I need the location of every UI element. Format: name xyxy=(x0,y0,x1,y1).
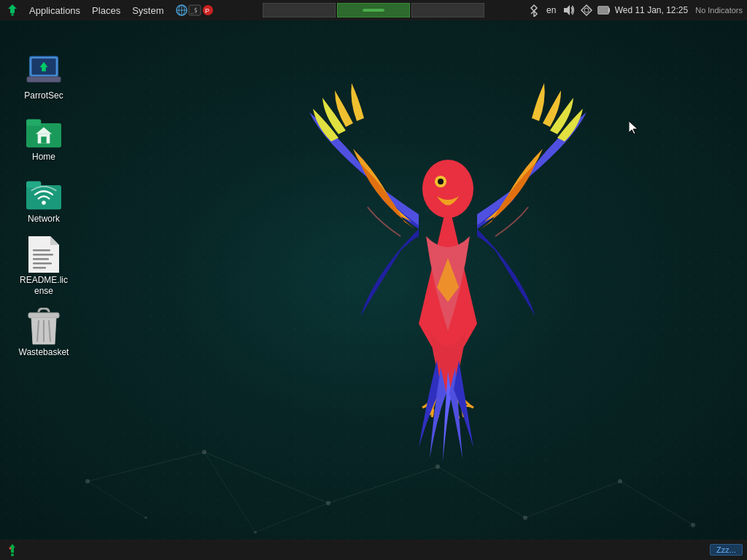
parrot-illustration xyxy=(273,69,623,491)
svg-point-1 xyxy=(11,13,14,16)
taskbar-globe-icon[interactable] xyxy=(175,4,188,17)
volume-icon[interactable] xyxy=(562,4,576,17)
desktop: ParrotSec Home xyxy=(0,20,747,540)
home-icon-img xyxy=(26,114,61,149)
network-label: Network xyxy=(28,214,60,224)
home-label: Home xyxy=(32,152,55,162)
svg-point-65 xyxy=(9,548,12,550)
battery-icon[interactable] xyxy=(597,4,611,17)
bluetooth-icon[interactable] xyxy=(527,4,541,17)
window-btn-2[interactable] xyxy=(337,3,410,18)
svg-line-31 xyxy=(88,481,146,518)
svg-point-37 xyxy=(438,179,444,184)
window-btn-3[interactable] xyxy=(411,3,484,18)
indicators-text: No Indicators xyxy=(695,6,743,15)
wastebasket-icon-img xyxy=(26,309,61,344)
parrotsec-label: ParrotSec xyxy=(24,90,63,101)
icon-readme[interactable]: README.license xyxy=(15,234,73,299)
taskbar-top: Applications Places System _$ P xyxy=(0,0,747,20)
mouse-cursor xyxy=(629,121,640,136)
parrot-logo[interactable] xyxy=(4,2,20,18)
taskbar-bottom: Zzz... xyxy=(0,540,747,560)
svg-text:_$: _$ xyxy=(190,7,198,14)
taskbar-right: en Wed 11 Jan, 12:25 xyxy=(527,4,743,17)
window-buttons xyxy=(263,3,484,18)
parrotsec-icon-img xyxy=(26,52,61,88)
svg-marker-0 xyxy=(8,4,17,13)
menu-places[interactable]: Places xyxy=(86,0,126,20)
network-icon-img xyxy=(26,176,61,211)
svg-rect-55 xyxy=(33,258,49,260)
taskbar-terminal-icon[interactable]: _$ xyxy=(188,4,201,17)
svg-rect-48 xyxy=(26,185,61,209)
svg-rect-42 xyxy=(27,77,61,82)
svg-point-50 xyxy=(42,201,46,205)
svg-rect-15 xyxy=(599,7,608,13)
parrot-bottom-icon[interactable] xyxy=(4,542,20,558)
taskbar-bottom-right: Zzz... xyxy=(710,544,743,556)
svg-rect-54 xyxy=(33,254,53,256)
svg-rect-56 xyxy=(33,262,52,265)
vpn-icon[interactable] xyxy=(580,4,593,17)
readme-label: README.license xyxy=(18,275,70,296)
desktop-icons: ParrotSec Home xyxy=(15,50,73,360)
icon-home[interactable]: Home xyxy=(15,111,73,165)
svg-rect-57 xyxy=(33,267,46,269)
svg-line-32 xyxy=(204,452,255,532)
svg-point-64 xyxy=(11,553,14,556)
svg-line-25 xyxy=(88,452,204,481)
svg-line-30 xyxy=(620,481,693,525)
icon-network[interactable]: Network xyxy=(15,173,73,227)
svg-rect-14 xyxy=(608,8,610,12)
svg-marker-62 xyxy=(629,121,638,134)
wastebasket-label: Wastebasket xyxy=(19,347,69,357)
zzz-badge[interactable]: Zzz... xyxy=(710,544,743,556)
icon-wastebasket[interactable]: Wastebasket xyxy=(15,306,73,360)
svg-rect-58 xyxy=(28,313,59,318)
taskbar-bottom-left xyxy=(4,542,20,558)
taskbar-parrot-icon[interactable]: P xyxy=(201,4,214,17)
readme-icon-img xyxy=(26,237,61,272)
svg-point-35 xyxy=(422,160,473,218)
svg-rect-47 xyxy=(41,137,46,144)
svg-marker-11 xyxy=(564,5,570,15)
language-indicator[interactable]: en xyxy=(545,4,558,17)
menu-applications[interactable]: Applications xyxy=(23,0,86,20)
svg-rect-53 xyxy=(33,249,50,252)
menu-system[interactable]: System xyxy=(126,0,169,20)
svg-point-12 xyxy=(584,8,589,12)
clock[interactable]: Wed 11 Jan, 12:25 xyxy=(615,5,689,15)
svg-text:P: P xyxy=(205,7,209,15)
window-btn-1[interactable] xyxy=(263,3,336,18)
svg-rect-44 xyxy=(26,120,41,126)
svg-marker-52 xyxy=(50,236,59,245)
icon-parrotsec[interactable]: ParrotSec xyxy=(15,50,73,104)
svg-line-33 xyxy=(255,503,328,532)
